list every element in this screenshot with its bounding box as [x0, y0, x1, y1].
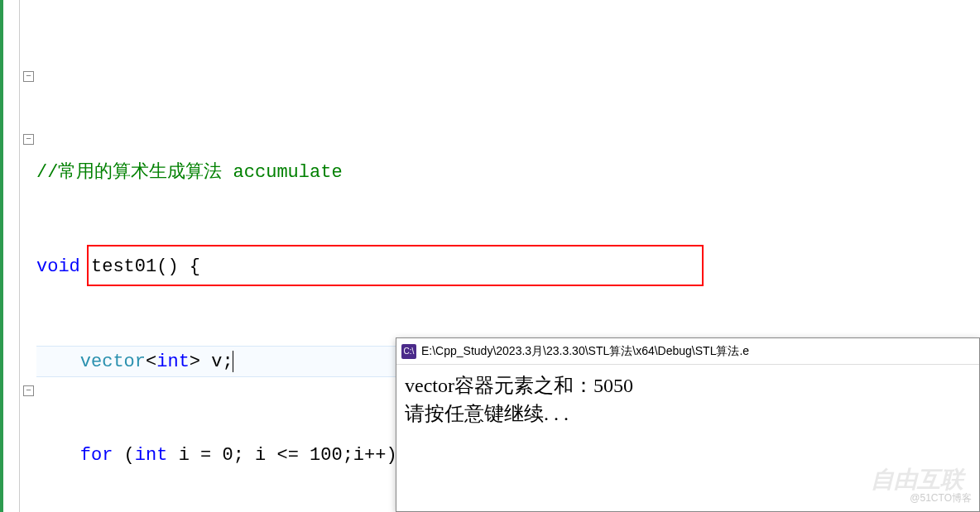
code-text: > v; [190, 352, 233, 372]
fold-toggle-main[interactable]: − [23, 385, 34, 396]
keyword: for [80, 445, 113, 466]
code-text: < [146, 352, 156, 372]
console-output-line: vector容器元素之和：5050 [405, 371, 971, 400]
code-text [36, 445, 80, 466]
console-title-text: E:\Cpp_Study\2023.3月\23.3.30\STL算法\x64\D… [421, 344, 749, 359]
console-titlebar[interactable]: C:\ E:\Cpp_Study\2023.3月\23.3.30\STL算法\x… [396, 338, 979, 365]
text-caret [233, 351, 233, 372]
fold-toggle-function[interactable]: − [23, 71, 34, 82]
keyword: int [135, 445, 168, 466]
code-text: i = 0; i <= 100;i++) { [167, 445, 419, 466]
type-name: vector [80, 352, 146, 372]
code-line [36, 63, 980, 94]
console-icon: C:\ [401, 344, 416, 359]
console-window[interactable]: C:\ E:\Cpp_Study\2023.3月\23.3.30\STL算法\x… [396, 337, 980, 512]
fold-toggle-for[interactable]: − [23, 134, 34, 145]
code-editor[interactable]: − − − //常用的算术生成算法 accumulate void test01… [0, 0, 980, 512]
code-line: void test01() { [36, 251, 980, 283]
keyword: int [156, 352, 190, 372]
console-body[interactable]: vector容器元素之和：5050请按任意键继续. . . [396, 365, 979, 434]
gutter [0, 0, 20, 512]
keyword: void [36, 256, 80, 277]
watermark-text: @51CTO博客 [910, 491, 972, 505]
code-text: ( [113, 445, 134, 466]
code-line: //常用的算术生成算法 accumulate [36, 157, 980, 189]
console-output-line: 请按任意键继续. . . [405, 400, 971, 428]
code-text: test01() { [80, 256, 200, 277]
code-text [36, 352, 80, 372]
comment-text: //常用的算术生成算法 accumulate [36, 162, 343, 183]
